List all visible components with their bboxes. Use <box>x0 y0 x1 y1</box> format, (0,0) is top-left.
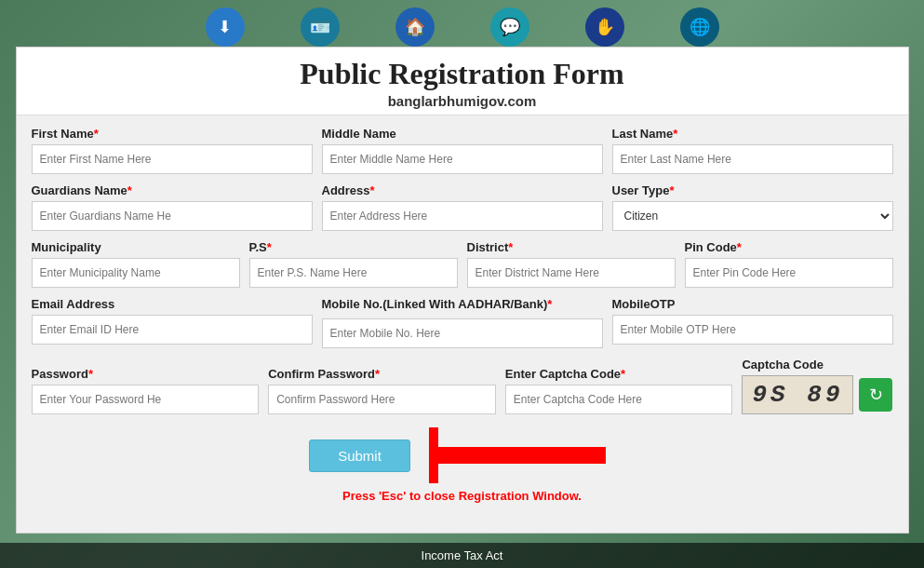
arrow-icon <box>429 427 615 483</box>
middle-name-label: Middle Name <box>322 127 603 141</box>
municipality-group: Municipality <box>32 240 240 288</box>
address-label: Address* <box>322 183 603 197</box>
confirm-password-label: Confirm Password* <box>268 367 496 381</box>
modal-title: Public Registration Form <box>35 57 890 91</box>
esc-instruction: Press 'Esc' to close Registration Window… <box>32 489 893 503</box>
pin-code-group: Pin Code* <box>685 240 893 288</box>
globe-icon[interactable]: 🌐 <box>680 7 719 47</box>
pin-code-label: Pin Code* <box>685 240 893 254</box>
pin-code-input[interactable] <box>685 258 893 288</box>
first-name-group: First Name* <box>32 127 313 174</box>
email-input[interactable] <box>32 315 313 345</box>
captcha-row: 9S 89 ↻ <box>742 375 892 414</box>
district-group: District* <box>467 240 676 288</box>
password-input[interactable] <box>32 385 260 414</box>
guardians-name-label: Guardians Name* <box>32 183 313 197</box>
captcha-input-label: Enter Captcha Code* <box>505 367 733 381</box>
hand-icon[interactable]: ✋ <box>585 7 624 47</box>
user-type-group: User Type* Citizen Official Admin <box>612 183 893 231</box>
captcha-display-label: Captcha Code <box>742 358 823 372</box>
first-name-input[interactable] <box>32 144 313 174</box>
email-label: Email Address <box>32 297 313 311</box>
ps-label: P.S* <box>249 240 458 254</box>
captcha-input-group: Enter Captcha Code* <box>505 367 733 414</box>
card-icon[interactable]: 🪪 <box>301 7 340 47</box>
last-name-group: Last Name* <box>612 127 893 174</box>
modal-subtitle: banglarbhumigov.com <box>35 93 890 109</box>
address-input[interactable] <box>322 201 603 231</box>
form-row-guardian: Guardians Name* Address* User Type* Citi… <box>32 183 893 231</box>
bottom-text: Income Tax Act <box>422 548 503 562</box>
otp-group: MobileOTP <box>612 297 893 345</box>
district-input[interactable] <box>467 258 676 288</box>
user-type-label: User Type* <box>612 183 893 197</box>
otp-input[interactable] <box>612 315 893 345</box>
guardians-name-input[interactable] <box>32 201 313 231</box>
otp-label: MobileOTP <box>612 297 893 311</box>
address-group: Address* <box>322 183 603 231</box>
municipality-input[interactable] <box>32 258 240 288</box>
form-row-location: Municipality P.S* District* Pin Code* <box>32 240 893 288</box>
captcha-code-input[interactable] <box>505 385 733 414</box>
modal-header: Public Registration Form banglarbhumigov… <box>17 47 908 115</box>
download-icon[interactable]: ⬇ <box>206 7 245 47</box>
arrow-container <box>429 427 615 483</box>
captcha-display-group: Captcha Code 9S 89 ↻ <box>742 358 892 414</box>
confirm-password-input[interactable] <box>268 385 496 414</box>
password-group: Password* <box>32 367 260 414</box>
form-row-names: First Name* Middle Name Last Name* <box>32 127 893 174</box>
registration-modal: Public Registration Form banglarbhumigov… <box>16 47 909 534</box>
home-icon[interactable]: 🏠 <box>395 7 435 47</box>
last-name-input[interactable] <box>612 144 893 174</box>
guardians-name-group: Guardians Name* <box>32 183 313 231</box>
form-row-password: Password* Confirm Password* Enter Captch… <box>32 358 893 414</box>
middle-name-group: Middle Name <box>322 127 603 174</box>
mobile-group: Mobile No.(Linked With AADHAR/Bank)* <box>322 297 603 348</box>
refresh-captcha-button[interactable]: ↻ <box>859 378 892 412</box>
district-label: District* <box>467 240 676 254</box>
mobile-label: Mobile No.(Linked With AADHAR/Bank)* <box>322 297 603 311</box>
first-name-label: First Name* <box>32 127 313 141</box>
password-label: Password* <box>32 367 260 381</box>
email-group: Email Address <box>32 297 313 345</box>
submit-row: Submit <box>32 427 893 483</box>
chat-icon[interactable]: 💬 <box>490 7 529 47</box>
form-container: First Name* Middle Name Last Name* <box>17 115 908 514</box>
user-type-select[interactable]: Citizen Official Admin <box>612 201 893 231</box>
form-row-contact: Email Address Mobile No.(Linked With AAD… <box>32 297 893 348</box>
confirm-password-group: Confirm Password* <box>268 367 496 414</box>
last-name-label: Last Name* <box>612 127 893 141</box>
municipality-label: Municipality <box>32 240 240 254</box>
middle-name-input[interactable] <box>322 144 603 174</box>
captcha-image: 9S 89 <box>742 375 853 414</box>
bottom-bar: Income Tax Act <box>0 543 924 568</box>
ps-group: P.S* <box>249 240 458 288</box>
mobile-input[interactable] <box>322 318 603 348</box>
submit-button[interactable]: Submit <box>309 440 410 472</box>
ps-input[interactable] <box>249 258 458 288</box>
